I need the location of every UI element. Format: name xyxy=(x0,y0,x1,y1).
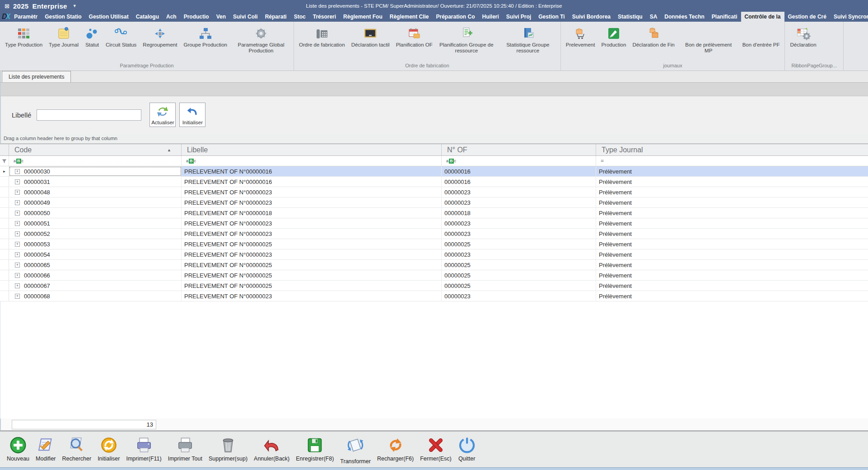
ribbon-group-journaux: PrelevementProductionDéclaration de FinB… xyxy=(561,22,785,70)
grid-row-00000052[interactable]: +00000052PRELEVEMENT OF N°00000023000000… xyxy=(0,229,868,239)
grid-row-00000049[interactable]: +00000049PRELEVEMENT OF N°00000023000000… xyxy=(0,197,868,208)
toolbar-button-transformer[interactable]: Transformer xyxy=(337,435,374,462)
column-header-type-journal[interactable]: Type Journal xyxy=(596,144,868,155)
grid-row-00000048[interactable]: +00000048PRELEVEMENT OF N°00000023000000… xyxy=(0,187,868,197)
ribbon-tab-parametr[interactable]: Paramètr xyxy=(10,12,41,22)
ribbon-button-prelevement[interactable]: Prelevement xyxy=(563,24,598,48)
toolbar-button-fermer-esc[interactable]: Fermer(Esc) xyxy=(417,435,454,462)
app-window-icon[interactable]: ⊠ xyxy=(5,3,9,9)
ribbon-button-statistique-groupe-ressource[interactable]: Statistique Groupe ressource xyxy=(497,24,559,54)
ribbon-button-declaration[interactable]: Déclaration xyxy=(787,24,819,48)
ribbon-button-circuit-status[interactable]: Circuit Status xyxy=(103,24,140,48)
toolbar-button-imprimer-f11[interactable]: Imprimer(F11) xyxy=(123,435,164,462)
expand-row-icon[interactable]: + xyxy=(15,283,20,288)
ribbon-tab-preparation-co[interactable]: Préparation Co xyxy=(432,12,478,22)
column-header-libelle[interactable]: Libelle xyxy=(182,144,442,155)
toolbar-button-rechercher[interactable]: Rechercher xyxy=(59,435,95,462)
expand-row-icon[interactable]: + xyxy=(15,179,20,184)
toolbar-button-label: Fermer(Esc) xyxy=(420,456,451,462)
filter-cell-n-of[interactable]: aBc xyxy=(442,156,596,166)
toolbar-button-imprimer-tout[interactable]: Imprimer Tout xyxy=(165,435,205,462)
ribbon-tab-reparati[interactable]: Réparati xyxy=(261,12,290,22)
ribbon-tab-reglement-fou[interactable]: Règlement Fou xyxy=(340,12,386,22)
ribbon-tab-gestion-statio[interactable]: Gestion Statio xyxy=(41,12,85,22)
expand-row-icon[interactable]: + xyxy=(15,231,20,236)
ribbon-button-declaration-tactil[interactable]: Déclaration tactil xyxy=(348,24,393,48)
ribbon-tab-catalogu[interactable]: Catalogu xyxy=(132,12,163,22)
toolbar-button-supprimer-sup[interactable]: Supprimer(sup) xyxy=(205,435,251,462)
ribbon-button-bon-d-entree-pf[interactable]: Bon d'entrée PF xyxy=(739,24,783,48)
ribbon-button-statut[interactable]: Statut xyxy=(82,24,103,48)
ribbon-button-bon-de-prelevement-mp[interactable]: Bon de prélèvement MP xyxy=(678,24,739,54)
column-header-code[interactable]: Code▲ xyxy=(9,144,182,155)
ribbon-button-parametrage-global-production[interactable]: Parametrage Global Production xyxy=(230,24,292,54)
toolbar-button-quitter[interactable]: Quitter xyxy=(455,435,479,462)
ribbon-tab-stoc[interactable]: Stoc xyxy=(290,12,309,22)
expand-row-icon[interactable]: + xyxy=(15,294,20,299)
ribbon-button-planification-groupe-de-ressource[interactable]: Planification Groupe de ressource xyxy=(436,24,497,54)
dx-logo[interactable]: DX xyxy=(2,12,10,22)
expand-row-icon[interactable]: + xyxy=(15,190,20,195)
filter-cell-libelle[interactable]: aBc xyxy=(182,156,442,166)
toolbar-button-modifier[interactable]: Modifier xyxy=(33,435,59,462)
initialiser-button[interactable]: Initialiser xyxy=(179,103,205,127)
ribbon-tab-statistiqu[interactable]: Statistiqu xyxy=(614,12,646,22)
ribbon-button-ordre-de-fabrication[interactable]: Ordre de fabrication xyxy=(296,24,348,48)
expand-row-icon[interactable]: + xyxy=(15,221,20,226)
filter-cell-type-journal[interactable]: = xyxy=(596,156,868,166)
toolbar-button-annuler-back[interactable]: Annuler(Back) xyxy=(251,435,293,462)
ribbon-tab-reglement-clie[interactable]: Règlement Clie xyxy=(386,12,433,22)
expand-row-icon[interactable]: + xyxy=(15,252,20,257)
toolbar-button-nouveau[interactable]: Nouveau xyxy=(4,435,33,462)
ribbon-tab-productio[interactable]: Productio xyxy=(180,12,213,22)
ribbon-tab-sa[interactable]: SA xyxy=(646,12,661,22)
grid-row-00000067[interactable]: +00000067PRELEVEMENT OF N°00000025000000… xyxy=(0,281,868,291)
title-dropdown-caret-icon[interactable]: ▼ xyxy=(73,4,77,8)
ribbon-tab-donnees-techn[interactable]: Données Techn xyxy=(661,12,708,22)
grid-row-00000053[interactable]: +00000053PRELEVEMENT OF N°00000025000000… xyxy=(0,239,868,249)
toolbar-button-enregistrer-f8[interactable]: Enregistrer(F8) xyxy=(293,435,337,462)
ribbon-tab-suivi-syncronis[interactable]: Suivi Syncronis xyxy=(830,12,868,22)
libelle-input[interactable] xyxy=(37,109,141,121)
ribbon-button-planification-of[interactable]: Planification OF xyxy=(393,24,436,48)
grid-row-00000054[interactable]: +00000054PRELEVEMENT OF N°00000023000000… xyxy=(0,249,868,260)
expand-row-icon[interactable]: + xyxy=(15,263,20,268)
ribbon-tab-ach[interactable]: Ach xyxy=(163,12,180,22)
toolbar-button-recharger-f6[interactable]: Recharger(F6) xyxy=(374,435,417,462)
ribbon-button-declaration-de-fin[interactable]: Déclaration de Fin xyxy=(629,24,677,48)
ribbon-tab-controle-de-la[interactable]: Contrôle de la xyxy=(741,12,784,22)
ribbon-tab-tresoreri[interactable]: Trésoreri xyxy=(309,12,340,22)
grid-row-00000031[interactable]: +00000031PRELEVEMENT OF N°00000016000000… xyxy=(0,177,868,187)
ribbon-tab-suivi-coli[interactable]: Suivi Coli xyxy=(229,12,261,22)
ribbon-tab-huileri[interactable]: Huileri xyxy=(479,12,503,22)
expand-row-icon[interactable]: + xyxy=(15,200,20,205)
expand-row-icon[interactable]: + xyxy=(15,273,20,278)
expand-row-icon[interactable]: + xyxy=(15,242,20,247)
ribbon-tab-gestion-utilisat[interactable]: Gestion Utilisat xyxy=(85,12,132,22)
ribbon-button-regroupement[interactable]: Regroupement xyxy=(140,24,180,48)
column-header-n-of[interactable]: N° OF xyxy=(442,144,596,155)
grid-row-00000051[interactable]: +00000051PRELEVEMENT OF N°00000023000000… xyxy=(0,218,868,229)
grid-row-00000030[interactable]: ▸+00000030PRELEVEMENT OF N°0000001600000… xyxy=(0,166,868,177)
ribbon-tab-ven[interactable]: Ven xyxy=(213,12,229,22)
actualiser-button[interactable]: Actualiser xyxy=(149,103,176,127)
ribbon-button-type-production[interactable]: Type Production xyxy=(2,24,46,48)
grid-row-00000065[interactable]: +00000065PRELEVEMENT OF N°00000025000000… xyxy=(0,260,868,270)
document-tab-liste-des-prelevements[interactable]: Liste des prelevements xyxy=(2,71,71,82)
expand-row-icon[interactable]: + xyxy=(15,211,20,216)
toolbar-button-initialiser[interactable]: Initialiser xyxy=(94,435,123,462)
ribbon-tab-suivi-proj[interactable]: Suivi Proj xyxy=(503,12,535,22)
grid-row-00000066[interactable]: +00000066PRELEVEMENT OF N°00000025000000… xyxy=(0,270,868,281)
filter-cell-code[interactable]: aBc xyxy=(9,156,182,166)
ribbon-tab-planificati[interactable]: Planificati xyxy=(708,12,741,22)
grid-row-00000068[interactable]: +00000068PRELEVEMENT OF N°00000023000000… xyxy=(0,291,868,301)
ribbon-button-production[interactable]: Production xyxy=(598,24,629,48)
ribbon-tab-gestion-de-cre[interactable]: Gestion de Cré xyxy=(784,12,830,22)
ribbon-tab-suivi-bordorea[interactable]: Suivi Bordorea xyxy=(569,12,614,22)
grid-row-00000050[interactable]: +00000050PRELEVEMENT OF N°00000018000000… xyxy=(0,208,868,218)
expand-row-icon[interactable]: + xyxy=(15,169,20,174)
ribbon-button-type-journal[interactable]: Type Journal xyxy=(46,24,82,48)
ribbon-tab-gestion-ti[interactable]: Gestion Ti xyxy=(535,12,568,22)
ribbon-button-groupe-production[interactable]: Groupe Production xyxy=(180,24,230,48)
filter-funnel-icon[interactable] xyxy=(0,156,9,166)
